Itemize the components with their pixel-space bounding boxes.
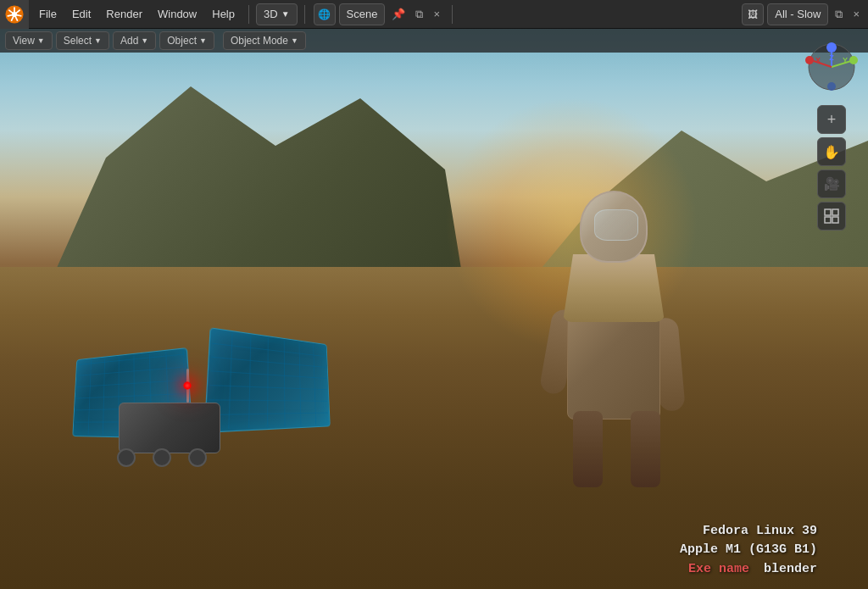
svg-line-11 [814, 61, 832, 67]
mode-separator: Object Mode ▼ [223, 31, 306, 50]
quad-view-button[interactable] [817, 202, 846, 231]
zoom-icon: + [827, 111, 837, 129]
add-chevron-icon: ▼ [141, 36, 148, 45]
separator-3 [452, 5, 453, 24]
info-exe-label: Exe name [688, 562, 749, 576]
menu-file[interactable]: File [32, 5, 64, 23]
svg-rect-16 [832, 217, 838, 223]
info-exe-value: blender [764, 562, 817, 576]
vp-select-label: Select [64, 35, 92, 47]
pan-button[interactable]: ✋ [817, 137, 846, 166]
robot-leg-right [631, 411, 660, 487]
scene-tab[interactable]: Scene [339, 3, 386, 25]
all-slow-tab[interactable]: All - Slow [767, 3, 828, 25]
duplicate-icon[interactable]: ⧉ [412, 6, 426, 23]
menu-edit[interactable]: Edit [65, 5, 97, 23]
vp-select-button[interactable]: Select ▼ [56, 31, 109, 50]
camera-button[interactable]: 🎥 [817, 169, 846, 198]
viewport-icon: 🖼 [748, 8, 758, 20]
zoom-button[interactable]: + [817, 105, 846, 134]
solar-panel-right [204, 327, 331, 433]
robot-figure [529, 191, 698, 487]
robot-body [567, 309, 660, 420]
duplicate2-icon[interactable]: ⧉ [832, 6, 846, 23]
svg-rect-15 [825, 217, 831, 223]
robot-scarf [563, 254, 665, 322]
pin-icon[interactable]: 📌 [388, 6, 409, 22]
svg-rect-14 [832, 209, 838, 215]
scene-label: Scene [347, 8, 378, 20]
info-exe: Exe name blender [680, 560, 817, 580]
view-chevron-icon: ▼ [37, 36, 45, 45]
workspace-sphere-icon: 🌐 [318, 8, 331, 20]
editor-type-label: 3D [264, 8, 278, 20]
vp-view-button[interactable]: View ▼ [5, 31, 53, 50]
close-icon[interactable]: × [430, 6, 443, 22]
close2-icon[interactable]: × [849, 6, 863, 22]
select-chevron-icon: ▼ [94, 36, 102, 45]
menu-render[interactable]: Render [99, 5, 149, 23]
scene-area: 🌐 Scene 📌 ⧉ × [309, 3, 448, 25]
mode-chevron-icon: ▼ [291, 36, 298, 45]
editor-type-button[interactable]: 3D ▼ [256, 3, 298, 25]
rover [68, 318, 339, 487]
rover-wheel-2 [153, 448, 171, 467]
rover-light [183, 381, 192, 390]
gizmo-lines [802, 37, 861, 97]
svg-rect-2 [14, 7, 15, 13]
viewport-icon-btn[interactable]: 🖼 [742, 3, 764, 25]
menu-window[interactable]: Window [151, 5, 203, 23]
chevron-down-icon: ▼ [281, 9, 290, 19]
viewport-3d[interactable]: Fedora Linux 39 Apple M1 (G13G B1) Exe n… [0, 29, 868, 589]
gizmo-area: Z Y X + [802, 37, 861, 231]
navigation-gizmo[interactable]: Z Y X [802, 37, 861, 97]
svg-line-10 [832, 61, 851, 67]
all-slow-label: All - Slow [775, 8, 821, 20]
vp-add-button[interactable]: Add ▼ [113, 31, 156, 50]
object-mode-button[interactable]: Object Mode ▼ [223, 31, 306, 50]
vp-add-label: Add [120, 35, 138, 47]
vp-object-label: Object [167, 35, 197, 47]
vp-view-label: View [13, 35, 35, 47]
header-right: 🖼 All - Slow ⧉ × [742, 3, 868, 25]
menu-help[interactable]: Help [205, 5, 242, 23]
svg-point-12 [827, 82, 836, 91]
svg-rect-13 [825, 209, 831, 215]
camera-icon: 🎥 [824, 176, 840, 192]
object-chevron-icon: ▼ [199, 36, 207, 45]
separator-1 [248, 5, 249, 24]
robot-helmet [580, 191, 648, 263]
menu-bar: File Edit Render Window Help 3D ▼ 🌐 Scen… [0, 0, 868, 29]
viewport-header: View ▼ Select ▼ Add ▼ Object ▼ Object Mo… [0, 29, 868, 53]
rover-wheel-1 [117, 448, 136, 467]
blender-logo[interactable] [0, 0, 29, 29]
separator-2 [304, 5, 305, 24]
rover-wheel-3 [188, 448, 207, 467]
quad-view-icon [824, 208, 839, 224]
rover-body [119, 403, 220, 453]
object-mode-label: Object Mode [231, 35, 288, 47]
pan-icon: ✋ [823, 144, 840, 160]
robot-leg-left [573, 411, 603, 487]
info-overlay: Fedora Linux 39 Apple M1 (G13G B1) Exe n… [680, 522, 817, 580]
vp-object-button[interactable]: Object ▼ [159, 31, 214, 50]
info-os: Fedora Linux 39 [680, 522, 817, 542]
info-hardware: Apple M1 (G13G B1) [680, 541, 817, 560]
workspace-icon-btn[interactable]: 🌐 [314, 3, 336, 25]
menu-items: File Edit Render Window Help [29, 5, 245, 23]
